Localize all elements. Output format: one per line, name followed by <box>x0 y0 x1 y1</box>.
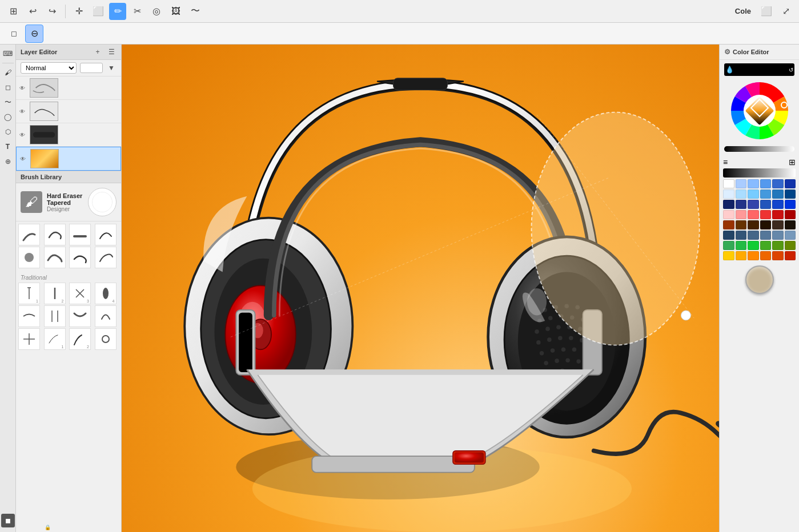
swatch-cell[interactable] <box>748 231 759 240</box>
color-current-bar[interactable]: 💧 ↺ <box>724 63 794 76</box>
brush-cell[interactable] <box>95 328 117 350</box>
swatch-cell[interactable] <box>723 241 734 250</box>
swatch-cell[interactable] <box>772 220 784 229</box>
guide-tool[interactable]: ⊕ <box>1 155 15 168</box>
swatches-icon[interactable]: ≡ <box>723 158 728 167</box>
swatch-cell[interactable] <box>723 200 734 209</box>
brush-cell[interactable] <box>95 305 117 327</box>
swatch-cell[interactable] <box>748 200 759 209</box>
swatch-cell[interactable] <box>760 251 772 260</box>
image-button[interactable]: 🖼 <box>167 3 184 20</box>
brush-cell[interactable] <box>69 305 91 327</box>
brush-cell[interactable] <box>69 224 91 245</box>
brush-cell[interactable] <box>18 328 40 350</box>
swatch-cell[interactable] <box>772 200 784 209</box>
draw-button[interactable]: ✏ <box>109 3 126 20</box>
swatch-cell[interactable] <box>785 179 796 188</box>
swatch-cell[interactable] <box>760 179 772 188</box>
swatch-cell[interactable] <box>748 190 759 199</box>
swatch-cell[interactable] <box>736 231 747 240</box>
swatch-cell[interactable] <box>772 251 784 260</box>
swatch-cell[interactable] <box>785 220 796 229</box>
brush-cell[interactable] <box>95 247 117 268</box>
swatch-cell[interactable] <box>748 220 759 229</box>
brush-cell[interactable]: 2 <box>44 283 66 304</box>
color-reset-button[interactable]: ↺ <box>789 67 793 73</box>
fill-tool[interactable]: ⬡ <box>1 125 15 139</box>
eyedropper-icon[interactable]: 💧 <box>725 66 734 74</box>
layer-item[interactable]: 👁 <box>16 100 121 123</box>
redo-button[interactable]: ↪ <box>43 3 61 20</box>
brush-cell[interactable] <box>69 247 91 268</box>
swatch-cell[interactable] <box>723 190 734 199</box>
swatch-cell[interactable] <box>736 190 747 199</box>
brush-cell[interactable] <box>18 224 40 245</box>
swatch-cell[interactable] <box>785 190 796 199</box>
layer-item[interactable]: 👁 <box>16 123 121 147</box>
swatch-cell[interactable] <box>772 210 784 219</box>
swatch-cell[interactable] <box>723 231 734 240</box>
swatch-cell[interactable] <box>760 231 772 240</box>
select-button[interactable]: ⬜ <box>90 3 107 20</box>
fullscreen-button[interactable]: ⤢ <box>777 3 794 20</box>
stamp-button[interactable]: ◎ <box>148 3 165 20</box>
undo-button[interactable]: ↩ <box>24 3 41 20</box>
keyboard-tool[interactable]: ⌨ <box>1 47 15 61</box>
brush-tool[interactable]: 🖌 <box>1 66 15 79</box>
text-tool[interactable]: T <box>1 140 15 154</box>
erase-selection-button[interactable]: ⊖ <box>25 25 43 43</box>
swatch-cell[interactable] <box>760 241 772 250</box>
brush-cell[interactable] <box>44 224 66 245</box>
opacity-input[interactable] <box>80 63 103 73</box>
swatch-cell[interactable] <box>723 220 734 229</box>
swatch-cell[interactable] <box>760 200 772 209</box>
swatch-cell[interactable] <box>736 210 747 219</box>
canvas-area[interactable] <box>122 45 719 532</box>
layer-item-selected[interactable]: 👁 🔒 <box>16 147 121 171</box>
swatch-cell[interactable] <box>736 241 747 250</box>
window-button[interactable]: ⬜ <box>758 3 775 20</box>
swatch-cell[interactable] <box>723 179 734 188</box>
brush-cell[interactable] <box>95 224 117 245</box>
swatch-cell[interactable] <box>772 179 784 188</box>
lightness-slider[interactable] <box>724 146 794 152</box>
grid-button[interactable]: ⊞ <box>5 3 22 20</box>
swatch-cell[interactable] <box>736 179 747 188</box>
smudge-tool[interactable]: 〜 <box>1 95 15 109</box>
active-tool[interactable]: ◼ <box>1 514 15 527</box>
brush-cell[interactable]: 3 <box>69 283 91 304</box>
swatch-cell[interactable] <box>785 251 796 260</box>
brush-cell[interactable]: 1 <box>44 328 66 350</box>
eraser-tool[interactable]: ◻ <box>1 80 15 94</box>
layer-expand-button[interactable]: ▼ <box>106 63 117 73</box>
layer-item[interactable]: 👁 <box>16 76 121 100</box>
brush-cell[interactable] <box>44 247 66 268</box>
swatch-cell[interactable] <box>785 231 796 240</box>
swatch-cell[interactable] <box>772 231 784 240</box>
swatch-cell[interactable] <box>748 251 759 260</box>
swatch-cell[interactable] <box>736 220 747 229</box>
swatch-cell[interactable] <box>723 251 734 260</box>
eraser-button[interactable]: ◻ <box>5 25 23 43</box>
brush-cell[interactable] <box>18 305 40 327</box>
swatch-cell[interactable] <box>760 210 772 219</box>
layer-options-button[interactable]: ☰ <box>106 47 117 57</box>
brush-cell[interactable] <box>18 247 40 268</box>
brush-cell[interactable]: 4 <box>95 283 117 304</box>
swatch-cell[interactable] <box>772 190 784 199</box>
swatch-cell[interactable] <box>736 200 747 209</box>
swatch-cell[interactable] <box>760 220 772 229</box>
curve-button[interactable]: 〜 <box>187 3 204 20</box>
swatch-cell[interactable] <box>785 200 796 209</box>
brush-cell[interactable] <box>44 305 66 327</box>
swatch-cell[interactable] <box>748 241 759 250</box>
transform-button[interactable]: ✂ <box>129 3 146 20</box>
swatch-cell[interactable] <box>748 210 759 219</box>
swatch-cell[interactable] <box>748 179 759 188</box>
color-preview-circle[interactable] <box>745 265 774 294</box>
add-layer-button[interactable]: + <box>93 47 103 57</box>
bw-gradient-swatch[interactable] <box>723 168 796 178</box>
swatch-cell[interactable] <box>723 210 734 219</box>
swatch-cell[interactable] <box>772 241 784 250</box>
swatch-cell[interactable] <box>760 190 772 199</box>
